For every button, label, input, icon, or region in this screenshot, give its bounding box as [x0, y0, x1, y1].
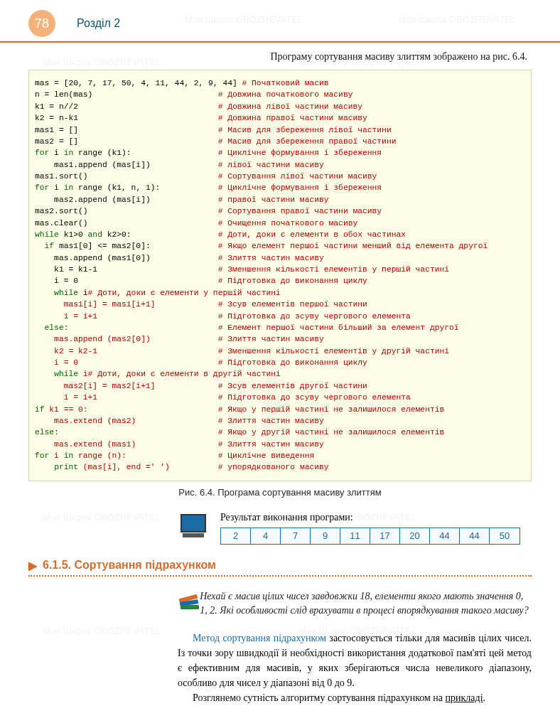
- result-cell: 50: [490, 528, 519, 544]
- page-header: 78 Розділ 2: [0, 0, 560, 43]
- figure-caption: Рис. 6.4. Програма сортування масиву зли…: [28, 487, 532, 498]
- code-block: mas = [20, 7, 17, 50, 4, 11, 44, 2, 9, 4…: [28, 70, 532, 481]
- intro-text: Програму сортування масиву злиттям зобра…: [28, 51, 527, 63]
- section-header: ▶ 6.1.5. Сортування підрахунком: [28, 559, 532, 572]
- result-cell: 20: [400, 528, 430, 544]
- result-table: 2479111720444450: [220, 528, 520, 545]
- books-icon: [178, 592, 190, 614]
- question-block: Нехай є масив цілих чисел завдовжки 18, …: [178, 589, 532, 619]
- lead-term: Метод сортування підрахунком: [193, 633, 326, 643]
- chevron-right-icon: ▶: [28, 559, 37, 572]
- question-text: Нехай є масив цілих чисел завдовжки 18, …: [200, 589, 532, 619]
- section-number: 6.1.5.: [43, 559, 71, 572]
- dotted-divider: [28, 575, 532, 577]
- result-cell: 2: [221, 528, 251, 544]
- chapter-title: Розділ 2: [77, 17, 120, 30]
- result-cell: 11: [340, 528, 370, 544]
- page-number-badge: 78: [28, 10, 55, 37]
- result-cell: 44: [460, 528, 490, 544]
- result-label: Результат виконання програми:: [220, 512, 520, 523]
- result-cell: 17: [370, 528, 400, 544]
- result-cell: 7: [281, 528, 311, 544]
- result-cell: 44: [430, 528, 460, 544]
- result-cell: 4: [251, 528, 281, 544]
- result-cell: 9: [311, 528, 340, 544]
- body-paragraph: Метод сортування підрахунком застосовуєт…: [178, 631, 532, 705]
- underlined-word: прикладі: [446, 692, 483, 703]
- section-title: Сортування підрахунком: [74, 559, 215, 572]
- computer-icon: [178, 514, 209, 542]
